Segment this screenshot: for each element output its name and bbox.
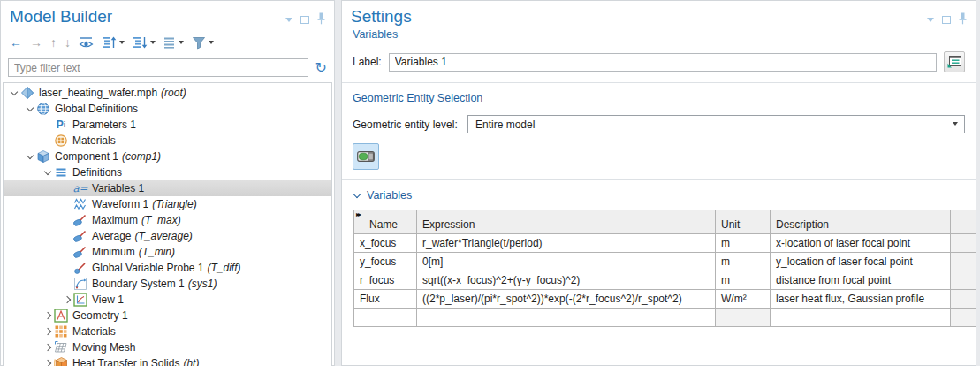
- active-selection-toggle-button[interactable]: [353, 143, 379, 170]
- cell-expression[interactable]: ((2*p_laser)/(pi*r_spot^2))*exp(-(2*r_fo…: [417, 290, 716, 309]
- settings-header: Settings: [342, 1, 976, 27]
- forward-button[interactable]: →: [28, 35, 44, 50]
- cell-unit: m: [716, 271, 771, 290]
- tree-item-variables-1[interactable]: a= Variables 1: [4, 180, 331, 196]
- panel-window-controls: [285, 12, 325, 27]
- cell-expression[interactable]: r_wafer*Triangle(t/period): [417, 234, 716, 253]
- dropdown-caret-icon: [179, 41, 184, 44]
- cell-description[interactable]: laser heat flux, Gaussian profile: [771, 290, 951, 309]
- tree-item-waveform-1[interactable]: Waveform 1 (Triangle): [4, 196, 331, 212]
- chevron-down-icon[interactable]: [7, 91, 20, 95]
- show-button[interactable]: [77, 35, 95, 50]
- chevron-down-icon[interactable]: [41, 171, 54, 174]
- tree-item-materials[interactable]: Materials: [4, 324, 331, 339]
- filter-input[interactable]: [8, 58, 308, 77]
- table-header-row: ▸▸Name Expression Unit Description: [354, 210, 976, 234]
- chevron-right-icon[interactable]: [60, 297, 73, 302]
- tree-item-global-definitions[interactable]: Global Definitions: [4, 101, 331, 117]
- cell-name[interactable]: [354, 309, 417, 327]
- cell-unit: [716, 309, 771, 327]
- chevron-down-icon[interactable]: [23, 155, 36, 158]
- tree-item-label: Materials: [72, 325, 116, 338]
- column-header-unit: Unit: [716, 210, 771, 234]
- tree-item-label: Parameters 1: [72, 118, 136, 131]
- column-header-spare: [951, 210, 976, 234]
- dropdown-caret-icon: [209, 41, 214, 44]
- tree-item-materials-global[interactable]: Materials: [4, 133, 331, 149]
- tree-item-label: Maximum: [92, 214, 138, 226]
- cell-description[interactable]: y_location of laser focal point: [771, 253, 951, 271]
- cell-description[interactable]: x-location of laser focal point: [771, 234, 951, 253]
- tree-item-tag: (Triangle): [152, 198, 196, 210]
- panel-menu-icon[interactable]: [285, 18, 292, 22]
- cell-description[interactable]: distance from focal point: [771, 271, 951, 290]
- show-hide-sections-button[interactable]: [944, 51, 965, 72]
- down-arrow-icon: ↓: [65, 36, 71, 49]
- probe-icon: [73, 213, 87, 227]
- chevron-right-icon[interactable]: [41, 313, 54, 318]
- chevron-right-icon[interactable]: [41, 329, 54, 334]
- refresh-icon[interactable]: ↻: [315, 61, 327, 75]
- tree-item-label: Global Variable Probe 1: [92, 262, 204, 274]
- node-label-display-button[interactable]: [162, 35, 186, 50]
- label-input[interactable]: [389, 53, 937, 72]
- cell-name[interactable]: x_focus: [354, 234, 417, 253]
- chevron-right-icon[interactable]: [41, 361, 54, 366]
- cell-unit: m: [716, 234, 771, 253]
- table-row: Flux ((2*p_laser)/(pi*r_spot^2))*exp(-(2…: [354, 290, 976, 309]
- entity-level-value: Entire model: [475, 118, 535, 131]
- expand-all-button[interactable]: [100, 35, 126, 50]
- tree-item-root[interactable]: laser_heating_wafer.mph (root): [4, 85, 331, 101]
- column-header-expression: Expression: [417, 210, 716, 234]
- cell-expression[interactable]: sqrt((x-x_focus)^2+(y-y_focus)^2): [417, 271, 716, 290]
- tree-item-definitions[interactable]: Definitions: [4, 164, 331, 180]
- globe-icon: [36, 102, 50, 116]
- tree-item-component-1[interactable]: Component 1 (comp1): [4, 149, 331, 164]
- cell-name[interactable]: y_focus: [354, 253, 417, 271]
- filter-button[interactable]: [190, 35, 216, 50]
- tree-item-moving-mesh[interactable]: Moving Mesh: [4, 339, 331, 355]
- form-icon: [947, 56, 961, 68]
- tree-item-geometry-1[interactable]: Geometry 1: [4, 308, 331, 324]
- cell-expression[interactable]: 0[m]: [417, 253, 716, 271]
- chevron-down-icon[interactable]: [23, 107, 36, 111]
- tree-item-view-1[interactable]: View 1: [4, 292, 331, 308]
- move-down-button[interactable]: ↓: [63, 35, 72, 50]
- cell-spare: [951, 290, 976, 309]
- back-arrow-icon: ←: [10, 36, 22, 49]
- move-up-button[interactable]: ↑: [49, 35, 58, 50]
- entity-level-select[interactable]: Entire model: [467, 115, 965, 133]
- pin-icon[interactable]: [317, 12, 325, 27]
- tree-item-global-variable-probe-1[interactable]: Global Variable Probe 1 (T_diff): [4, 260, 331, 276]
- waveform-icon: [73, 197, 87, 211]
- tree-item-label: laser_heating_wafer.mph: [39, 87, 157, 99]
- pin-icon[interactable]: [959, 12, 967, 27]
- tree-item-label: Geometry 1: [72, 309, 128, 322]
- chevron-down-icon[interactable]: [353, 194, 361, 197]
- cell-name[interactable]: r_focus: [354, 271, 417, 290]
- tree-item-tag: (T_min): [139, 246, 175, 258]
- tree-item-minimum[interactable]: Minimum (T_min): [4, 244, 331, 260]
- section-variables[interactable]: Variables: [342, 180, 976, 202]
- back-button[interactable]: ←: [8, 35, 24, 50]
- tree-item-average[interactable]: Average (T_average): [4, 228, 331, 244]
- variables-table: ▸▸Name Expression Unit Description x_foc…: [353, 210, 976, 327]
- tree-item-tag: (T_max): [141, 214, 181, 226]
- collapse-all-button[interactable]: [131, 35, 157, 50]
- table-row: y_focus 0[m] m y_location of laser focal…: [354, 253, 976, 271]
- float-window-icon[interactable]: [942, 16, 951, 24]
- model-builder-title: Model Builder: [10, 6, 325, 27]
- chevron-right-icon[interactable]: [41, 345, 54, 350]
- tree-item-parameters-1[interactable]: Pi Parameters 1: [4, 117, 331, 133]
- cell-name[interactable]: Flux: [354, 290, 417, 309]
- global-probe-icon: [73, 261, 87, 275]
- cell-expression[interactable]: [417, 309, 716, 327]
- tree-item-tag: (ht): [183, 357, 199, 366]
- tree-item-heat-transfer-in-solids[interactable]: Heat Transfer in Solids (ht): [4, 355, 331, 366]
- panel-menu-icon[interactable]: [927, 18, 934, 22]
- tree-item-boundary-system-1[interactable]: Boundary System 1 (sys1): [4, 276, 331, 292]
- section-geometric-entity-selection[interactable]: Geometric Entity Selection: [342, 83, 976, 104]
- tree-item-maximum[interactable]: Maximum (T_max): [4, 212, 331, 228]
- float-window-icon[interactable]: [300, 16, 309, 24]
- cell-description[interactable]: [771, 309, 951, 327]
